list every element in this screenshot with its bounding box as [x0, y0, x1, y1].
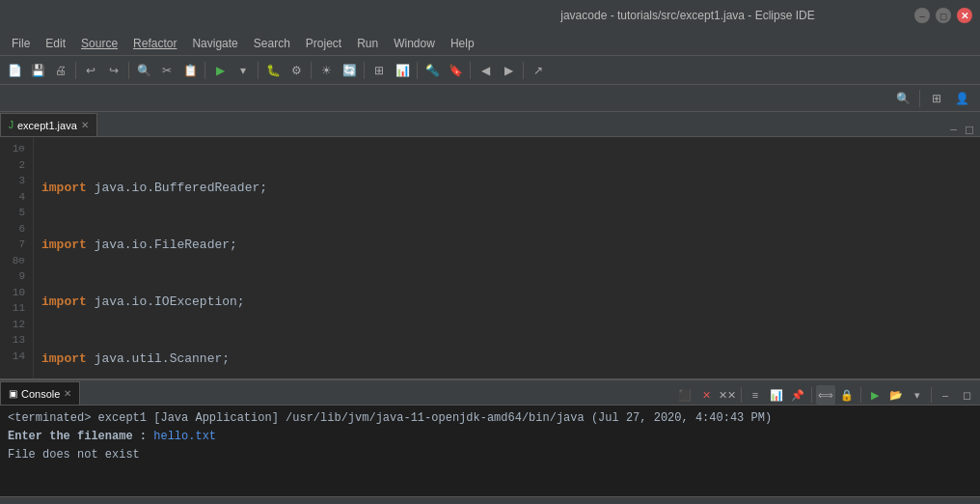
console-terminated-line: <terminated> except1 [Java Application] …: [8, 409, 972, 428]
tab-close-btn[interactable]: ✕: [81, 120, 89, 130]
console-output: <terminated> except1 [Java Application] …: [0, 406, 980, 496]
code-content[interactable]: import java.io.BufferedReader; import ja…: [34, 137, 980, 378]
run-dropdown[interactable]: ▾: [232, 60, 254, 81]
tab-file-icon: J: [9, 120, 14, 130]
export-button[interactable]: ↗: [528, 60, 549, 81]
ln11: 11: [4, 300, 25, 317]
menu-edit[interactable]: Edit: [38, 35, 73, 52]
main-toolbar: 📄 💾 🖨 ↩ ↪ 🔍 ✂ 📋 ▶ ▾ 🐛 ⚙ ☀ 🔄 ⊞ 📊 🔦 🔖 ◀ ▶ …: [0, 56, 980, 85]
toolbar-btn-14[interactable]: 🔦: [422, 60, 443, 81]
horizontal-scrollbar[interactable]: [0, 496, 980, 504]
sep1: [75, 62, 76, 79]
console-area: ▣ Console ✕ ⬛ ✕ ✕✕ ≡ 📊 📌 ⟺ 🔒 ▶ 📂 ▾ – ◻ <…: [0, 378, 980, 504]
console-tab[interactable]: ▣ Console ✕: [0, 381, 80, 405]
console-icon: ▣: [9, 388, 17, 399]
ln13: 13: [4, 332, 25, 349]
menu-bar: File Edit Source Refactor Navigate Searc…: [0, 31, 980, 56]
console-stop-btn[interactable]: ⬛: [675, 385, 694, 405]
toolbar-btn-11[interactable]: 🔄: [339, 60, 360, 81]
console-terminate-btn[interactable]: ✕: [696, 385, 716, 405]
sep6: [364, 62, 365, 79]
title-bar: javacode - tutorials/src/except1.java - …: [0, 0, 980, 31]
console-clear-btn[interactable]: ≡: [746, 385, 765, 405]
menu-source[interactable]: Source: [73, 35, 125, 52]
debug-button[interactable]: 🐛: [262, 60, 284, 81]
console-open-btn[interactable]: 📂: [886, 385, 906, 405]
editor-tab-except1[interactable]: J except1.java ✕: [0, 113, 97, 136]
toolbar-btn-8[interactable]: 📋: [179, 60, 201, 81]
ln4: 4: [4, 189, 25, 206]
menu-run[interactable]: Run: [349, 35, 386, 52]
run-button[interactable]: ▶: [209, 60, 231, 81]
toolbar-btn-7[interactable]: ✂: [156, 60, 177, 81]
console-chart-btn[interactable]: 📊: [767, 385, 786, 405]
console-max-btn[interactable]: ◻: [957, 385, 976, 405]
perspective-btn1[interactable]: ⊞: [926, 88, 947, 109]
console-scroll-lock-btn[interactable]: 🔒: [837, 385, 857, 405]
ln8: 8⊖: [4, 253, 25, 269]
menu-file[interactable]: File: [4, 35, 38, 52]
window-controls: – ◻ ✕: [914, 8, 972, 23]
editor-tab-bar: J except1.java ✕ – ◻: [0, 112, 980, 137]
secondary-toolbar: 🔍 ⊞ 👤: [0, 85, 980, 112]
maximize-editor-btn[interactable]: ◻: [963, 123, 976, 136]
toolbar-btn-6[interactable]: 🔍: [133, 60, 154, 81]
minimize-button[interactable]: –: [914, 8, 930, 23]
code-editor[interactable]: 1⊖ 2 3 4 5 6 7 8⊖ 9 10 11 12 13 14 impor…: [0, 137, 980, 378]
ln1: 1⊖: [4, 141, 25, 157]
sep9: [523, 62, 524, 79]
code-line-4: import java.util.Scanner;: [41, 350, 972, 369]
console-pin-btn[interactable]: 📌: [788, 385, 807, 405]
toolbar-btn-12[interactable]: ⊞: [368, 60, 390, 81]
console-tab-close[interactable]: ✕: [64, 388, 71, 399]
ln12: 12: [4, 317, 25, 333]
toolbar-btn-2[interactable]: 💾: [27, 60, 48, 81]
maximize-button[interactable]: ◻: [936, 8, 951, 23]
ln10: 10: [4, 285, 25, 301]
toolbar-btn-16[interactable]: ◀: [475, 60, 496, 81]
menu-window[interactable]: Window: [386, 35, 443, 52]
toolbar-btn-13[interactable]: 📊: [392, 60, 413, 81]
menu-refactor[interactable]: Refactor: [125, 35, 184, 52]
menu-navigate[interactable]: Navigate: [184, 35, 245, 52]
sep5: [311, 62, 312, 79]
csep1: [741, 387, 742, 403]
toolbar-btn-5[interactable]: ↪: [103, 60, 124, 81]
search-icon-btn[interactable]: 🔍: [892, 88, 913, 109]
line-numbers: 1⊖ 2 3 4 5 6 7 8⊖ 9 10 11 12 13 14: [0, 137, 34, 378]
toolbar-btn-4[interactable]: ↩: [80, 60, 101, 81]
console-link: hello.txt: [153, 430, 216, 443]
toolbar-btn-9[interactable]: ⚙: [286, 60, 307, 81]
toolbar-btn-3[interactable]: 🖨: [50, 60, 71, 81]
sep10: [919, 90, 920, 107]
window-title: javacode - tutorials/src/except1.java - …: [461, 9, 914, 22]
console-tab-label: Console: [21, 388, 60, 400]
csep3: [860, 387, 861, 403]
sep4: [258, 62, 259, 79]
console-terminate2-btn[interactable]: ✕✕: [718, 385, 737, 405]
console-min-btn[interactable]: –: [936, 385, 955, 405]
code-line-1: import java.io.BufferedReader;: [41, 179, 972, 198]
console-word-wrap-btn[interactable]: ⟺: [816, 385, 835, 405]
perspective-btn2[interactable]: 👤: [951, 88, 972, 109]
toolbar-btn-15[interactable]: 🔖: [445, 60, 466, 81]
console-dropdown-btn[interactable]: ▾: [908, 385, 927, 405]
ln7: 7: [4, 237, 25, 253]
code-line-3: import java.io.IOException;: [41, 293, 972, 312]
sep8: [470, 62, 471, 79]
minimize-editor-btn[interactable]: –: [948, 123, 959, 136]
console-enter-text: Enter the filename :: [8, 430, 153, 443]
csep2: [811, 387, 812, 403]
new-button[interactable]: 📄: [4, 60, 25, 81]
menu-help[interactable]: Help: [443, 35, 482, 52]
console-run-btn[interactable]: ▶: [865, 385, 885, 405]
code-line-2: import java.io.FileReader;: [41, 236, 972, 255]
main-editor-area: J except1.java ✕ – ◻ 1⊖ 2 3 4 5 6 7 8⊖ 9…: [0, 112, 980, 378]
console-tab-bar: ▣ Console ✕ ⬛ ✕ ✕✕ ≡ 📊 📌 ⟺ 🔒 ▶ 📂 ▾ – ◻: [0, 380, 980, 406]
close-button[interactable]: ✕: [957, 8, 972, 23]
ln3: 3: [4, 173, 25, 189]
toolbar-btn-17[interactable]: ▶: [498, 60, 519, 81]
menu-project[interactable]: Project: [298, 35, 349, 52]
toolbar-btn-10[interactable]: ☀: [315, 60, 337, 81]
menu-search[interactable]: Search: [246, 35, 298, 52]
